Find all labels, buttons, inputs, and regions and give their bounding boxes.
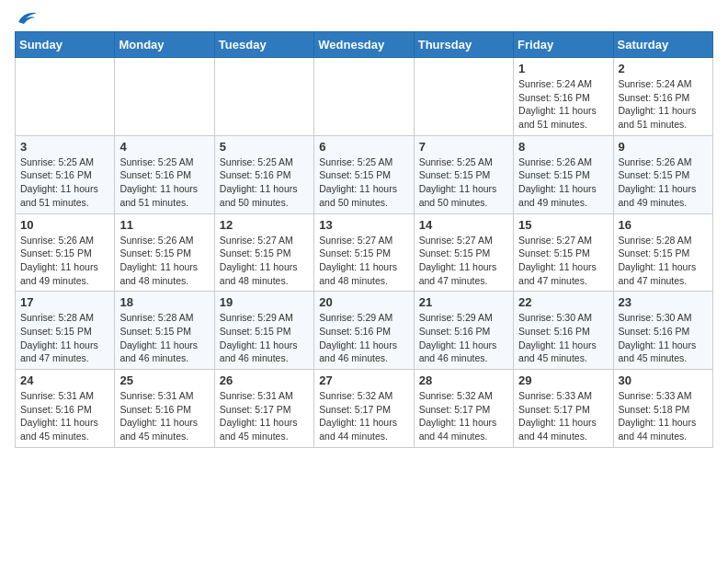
daylight-text: Daylight: 11 hours and 46 minutes. <box>419 339 497 364</box>
sunrise-text: Sunrise: 5:28 AM <box>20 312 94 323</box>
daylight-text: Daylight: 11 hours and 47 minutes. <box>20 339 98 364</box>
sunset-text: Sunset: 5:16 PM <box>20 404 92 415</box>
daylight-text: Daylight: 11 hours and 51 minutes. <box>619 105 697 130</box>
day-info: Sunrise: 5:32 AM Sunset: 5:17 PM Dayligh… <box>319 389 408 443</box>
sunset-text: Sunset: 5:17 PM <box>419 404 491 415</box>
sunrise-text: Sunrise: 5:30 AM <box>518 312 592 323</box>
calendar-cell: 5 Sunrise: 5:25 AM Sunset: 5:16 PM Dayli… <box>214 135 313 213</box>
calendar-cell: 17 Sunrise: 5:28 AM Sunset: 5:15 PM Dayl… <box>16 292 115 370</box>
sunset-text: Sunset: 5:16 PM <box>20 169 92 180</box>
day-number: 1 <box>518 62 608 75</box>
sunrise-text: Sunrise: 5:30 AM <box>619 312 692 323</box>
day-info: Sunrise: 5:30 AM Sunset: 5:16 PM Dayligh… <box>518 311 608 365</box>
day-number: 7 <box>419 140 508 154</box>
sunset-text: Sunset: 5:15 PM <box>319 169 391 180</box>
sunrise-text: Sunrise: 5:25 AM <box>220 156 293 167</box>
day-number: 24 <box>20 373 109 387</box>
calendar-cell: 19 Sunrise: 5:29 AM Sunset: 5:15 PM Dayl… <box>214 292 313 370</box>
sunset-text: Sunset: 5:16 PM <box>220 169 291 180</box>
calendar-cell: 20 Sunrise: 5:29 AM Sunset: 5:16 PM Dayl… <box>314 292 414 370</box>
sunset-text: Sunset: 5:15 PM <box>20 326 92 337</box>
day-info: Sunrise: 5:30 AM Sunset: 5:16 PM Dayligh… <box>619 311 708 365</box>
day-info: Sunrise: 5:27 AM Sunset: 5:15 PM Dayligh… <box>419 234 508 288</box>
calendar-cell: 26 Sunrise: 5:31 AM Sunset: 5:17 PM Dayl… <box>214 370 313 448</box>
calendar-cell: 1 Sunrise: 5:24 AM Sunset: 5:16 PM Dayli… <box>514 58 613 136</box>
daylight-text: Daylight: 11 hours and 44 minutes. <box>518 417 597 442</box>
day-number: 21 <box>419 295 508 309</box>
calendar-cell: 10 Sunrise: 5:26 AM Sunset: 5:15 PM Dayl… <box>16 213 115 292</box>
day-number: 19 <box>220 295 309 309</box>
day-number: 15 <box>518 218 608 232</box>
day-info: Sunrise: 5:25 AM Sunset: 5:16 PM Dayligh… <box>220 155 309 210</box>
calendar-cell: 16 Sunrise: 5:28 AM Sunset: 5:15 PM Dayl… <box>613 213 712 292</box>
sunset-text: Sunset: 5:15 PM <box>220 247 291 259</box>
sunset-text: Sunset: 5:15 PM <box>220 326 291 337</box>
calendar-cell <box>214 58 313 136</box>
sunrise-text: Sunrise: 5:25 AM <box>20 156 94 167</box>
day-info: Sunrise: 5:24 AM Sunset: 5:16 PM Dayligh… <box>518 77 608 132</box>
calendar-cell <box>16 58 115 136</box>
day-number: 8 <box>518 140 608 154</box>
sunrise-text: Sunrise: 5:31 AM <box>20 390 94 401</box>
daylight-text: Daylight: 11 hours and 50 minutes. <box>419 183 497 208</box>
day-info: Sunrise: 5:27 AM Sunset: 5:15 PM Dayligh… <box>319 234 408 288</box>
sunrise-text: Sunrise: 5:27 AM <box>419 235 493 246</box>
calendar-table: SundayMondayTuesdayWednesdayThursdayFrid… <box>15 31 713 448</box>
day-info: Sunrise: 5:29 AM Sunset: 5:16 PM Dayligh… <box>319 311 408 365</box>
sunset-text: Sunset: 5:16 PM <box>319 326 391 337</box>
day-number: 23 <box>619 295 708 309</box>
calendar-cell: 9 Sunrise: 5:26 AM Sunset: 5:15 PM Dayli… <box>613 135 712 213</box>
day-number: 12 <box>220 218 309 232</box>
sunrise-text: Sunrise: 5:26 AM <box>518 156 592 167</box>
day-info: Sunrise: 5:26 AM Sunset: 5:15 PM Dayligh… <box>619 155 708 210</box>
calendar-cell: 7 Sunrise: 5:25 AM Sunset: 5:15 PM Dayli… <box>414 135 513 213</box>
calendar-header-row: SundayMondayTuesdayWednesdayThursdayFrid… <box>16 32 713 58</box>
sunrise-text: Sunrise: 5:24 AM <box>518 78 592 89</box>
sunset-text: Sunset: 5:16 PM <box>619 326 690 337</box>
daylight-text: Daylight: 11 hours and 44 minutes. <box>619 417 697 442</box>
sunrise-text: Sunrise: 5:27 AM <box>319 235 392 246</box>
weekday-header-tuesday: Tuesday <box>214 32 313 58</box>
day-info: Sunrise: 5:27 AM Sunset: 5:15 PM Dayligh… <box>220 234 309 288</box>
day-info: Sunrise: 5:33 AM Sunset: 5:17 PM Dayligh… <box>518 389 608 443</box>
calendar-cell: 22 Sunrise: 5:30 AM Sunset: 5:16 PM Dayl… <box>514 292 613 370</box>
calendar-cell: 25 Sunrise: 5:31 AM Sunset: 5:16 PM Dayl… <box>115 370 214 448</box>
day-number: 4 <box>119 140 209 154</box>
sunrise-text: Sunrise: 5:26 AM <box>619 156 692 167</box>
calendar-cell: 6 Sunrise: 5:25 AM Sunset: 5:15 PM Dayli… <box>314 135 414 213</box>
calendar-cell: 3 Sunrise: 5:25 AM Sunset: 5:16 PM Dayli… <box>16 135 115 213</box>
day-number: 2 <box>619 62 708 75</box>
sunset-text: Sunset: 5:15 PM <box>419 169 491 180</box>
calendar-cell <box>414 58 513 136</box>
daylight-text: Daylight: 11 hours and 45 minutes. <box>518 339 597 364</box>
daylight-text: Daylight: 11 hours and 51 minutes. <box>119 183 198 208</box>
day-info: Sunrise: 5:26 AM Sunset: 5:15 PM Dayligh… <box>20 234 109 288</box>
day-info: Sunrise: 5:29 AM Sunset: 5:15 PM Dayligh… <box>220 311 309 365</box>
day-number: 26 <box>220 373 309 387</box>
calendar-cell: 23 Sunrise: 5:30 AM Sunset: 5:16 PM Dayl… <box>613 292 712 370</box>
calendar-cell: 12 Sunrise: 5:27 AM Sunset: 5:15 PM Dayl… <box>214 213 313 292</box>
weekday-header-saturday: Saturday <box>613 32 712 58</box>
sunrise-text: Sunrise: 5:26 AM <box>20 235 94 246</box>
sunrise-text: Sunrise: 5:26 AM <box>119 235 193 246</box>
sunset-text: Sunset: 5:17 PM <box>518 404 590 415</box>
day-number: 30 <box>619 373 708 387</box>
day-info: Sunrise: 5:27 AM Sunset: 5:15 PM Dayligh… <box>518 234 608 288</box>
weekday-header-sunday: Sunday <box>16 32 115 58</box>
day-info: Sunrise: 5:26 AM Sunset: 5:15 PM Dayligh… <box>518 155 608 210</box>
day-info: Sunrise: 5:31 AM Sunset: 5:17 PM Dayligh… <box>220 389 309 443</box>
sunrise-text: Sunrise: 5:33 AM <box>619 390 692 401</box>
page: SundayMondayTuesdayWednesdayThursdayFrid… <box>0 0 728 463</box>
day-number: 13 <box>319 218 408 232</box>
day-info: Sunrise: 5:29 AM Sunset: 5:16 PM Dayligh… <box>419 311 508 365</box>
calendar-cell: 18 Sunrise: 5:28 AM Sunset: 5:15 PM Dayl… <box>115 292 214 370</box>
sunrise-text: Sunrise: 5:24 AM <box>619 78 692 89</box>
day-number: 14 <box>419 218 508 232</box>
calendar-cell: 4 Sunrise: 5:25 AM Sunset: 5:16 PM Dayli… <box>115 135 214 213</box>
daylight-text: Daylight: 11 hours and 46 minutes. <box>119 339 198 364</box>
day-number: 25 <box>119 373 209 387</box>
logo-line <box>15 9 37 26</box>
sunrise-text: Sunrise: 5:28 AM <box>619 235 692 246</box>
day-info: Sunrise: 5:25 AM Sunset: 5:15 PM Dayligh… <box>319 155 408 210</box>
day-number: 17 <box>20 295 109 309</box>
